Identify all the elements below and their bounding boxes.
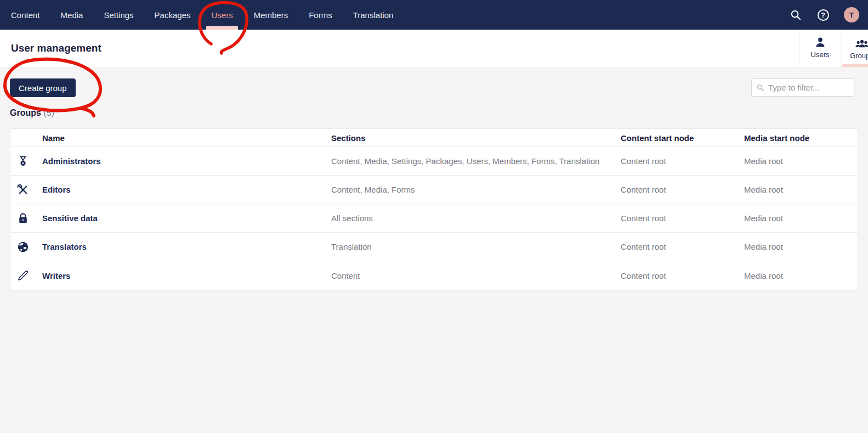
- header-tabs: Users Groups: [799, 30, 868, 67]
- tab-users[interactable]: Users: [799, 30, 841, 67]
- medal-icon: [10, 155, 42, 167]
- table-body: AdministratorsContent, Media, Settings, …: [10, 147, 858, 290]
- lock-icon: [10, 212, 42, 224]
- group-sections: Translation: [331, 242, 621, 251]
- nav-item-translation[interactable]: Translation: [343, 0, 404, 30]
- nav-item-settings[interactable]: Settings: [93, 0, 144, 30]
- filter-box: [751, 78, 854, 97]
- nav-item-label: Members: [254, 10, 288, 20]
- nav-item-label: Translation: [353, 10, 394, 20]
- group-content-start-node: Content root: [621, 271, 744, 280]
- globe-icon: [10, 241, 42, 253]
- navbar-right: ? T: [789, 0, 868, 30]
- table-row[interactable]: Sensitive dataAll sectionsContent rootMe…: [10, 204, 858, 233]
- column-media-start-node: Media start node: [744, 133, 858, 143]
- groups-table: Name Sections Content start node Media s…: [10, 128, 858, 290]
- group-media-start-node: Media root: [744, 185, 858, 194]
- nav-item-label: Settings: [104, 10, 133, 20]
- column-sections: Sections: [331, 133, 621, 143]
- group-name: Administrators: [42, 156, 331, 166]
- group-sections: All sections: [331, 213, 621, 223]
- users-nav-item[interactable]: Users: [201, 0, 243, 30]
- group-name: Editors: [42, 185, 331, 194]
- page-header: User management Users: [0, 30, 868, 67]
- tab-groups[interactable]: Groups: [841, 30, 868, 67]
- tab-users-label: Users: [811, 50, 830, 59]
- search-icon[interactable]: [789, 8, 802, 21]
- user-group-icon: [855, 37, 868, 49]
- tools-icon: [10, 184, 42, 196]
- group-name: Sensitive data: [42, 213, 331, 223]
- group-media-start-node: Media root: [744, 242, 858, 251]
- group-media-start-node: Media root: [744, 213, 858, 223]
- group-content-start-node: Content root: [621, 156, 744, 166]
- nav-sections: ContentMediaSettingsPackagesUsersMembers…: [0, 0, 404, 30]
- groups-count-label: Groups (5): [10, 108, 858, 118]
- group-name: Writers: [42, 271, 331, 280]
- nav-item-content[interactable]: Content: [1, 0, 50, 30]
- filter-input[interactable]: [751, 78, 854, 97]
- group-sections: Content, Media, Settings, Packages, User…: [331, 156, 621, 166]
- help-icon[interactable]: ?: [816, 8, 830, 21]
- nav-item-label: Media: [61, 10, 83, 20]
- group-name: Translators: [42, 242, 331, 251]
- table-row[interactable]: EditorsContent, Media, FormsContent root…: [10, 176, 858, 204]
- nav-item-media[interactable]: Media: [50, 0, 94, 30]
- group-sections: Content: [331, 271, 621, 280]
- active-nav-underline: [206, 26, 238, 30]
- nav-item-label: Packages: [155, 10, 191, 20]
- column-content-start-node: Content start node: [621, 133, 744, 143]
- group-content-start-node: Content root: [621, 185, 744, 194]
- nav-item-forms[interactable]: Forms: [298, 0, 343, 30]
- nav-item-label: Forms: [309, 10, 332, 20]
- table-row[interactable]: TranslatorsTranslationContent rootMedia …: [10, 233, 858, 261]
- nav-item-label: Users: [211, 10, 232, 20]
- table-row[interactable]: WritersContentContent rootMedia root: [10, 261, 858, 290]
- tab-groups-label: Groups: [850, 52, 868, 60]
- nav-item-members[interactable]: Members: [243, 0, 299, 30]
- avatar[interactable]: T: [844, 7, 859, 23]
- create-group-button[interactable]: Create group: [10, 78, 76, 97]
- group-content-start-node: Content root: [621, 242, 744, 251]
- group-sections: Content, Media, Forms: [331, 185, 621, 194]
- groups-count: (5): [43, 108, 54, 117]
- content-area: Create group Groups (5) Name Sections Co…: [0, 67, 868, 290]
- group-media-start-node: Media root: [744, 156, 858, 166]
- top-navbar: ContentMediaSettingsPackagesUsersMembers…: [0, 0, 868, 30]
- nav-item-label: Content: [11, 10, 40, 20]
- group-content-start-node: Content root: [621, 213, 744, 223]
- pencil-icon: [10, 269, 42, 282]
- table-row[interactable]: AdministratorsContent, Media, Settings, …: [10, 147, 858, 176]
- page-title: User management: [0, 42, 101, 54]
- table-header-row: Name Sections Content start node Media s…: [10, 129, 858, 147]
- user-icon: [814, 36, 826, 48]
- column-name: Name: [42, 133, 331, 143]
- group-media-start-node: Media root: [744, 271, 858, 280]
- nav-item-packages[interactable]: Packages: [144, 0, 201, 30]
